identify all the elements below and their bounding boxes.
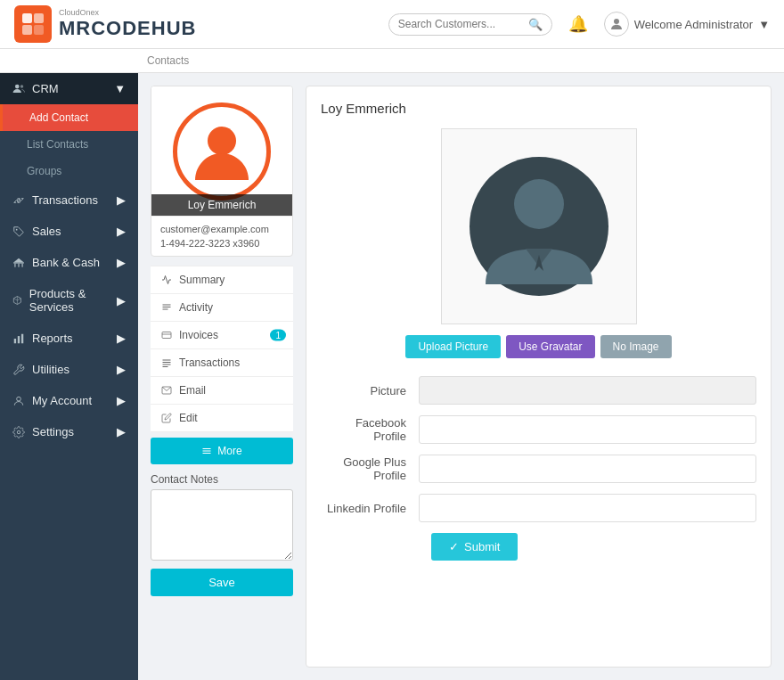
sidebar-item-reports[interactable]: Reports ▶ [0, 323, 138, 354]
crm-label: CRM [32, 82, 59, 95]
submit-button[interactable]: ✓ Submit [431, 533, 518, 561]
user-avatar-icon [604, 12, 629, 37]
avatar-name-badge: Loy Emmerich [151, 194, 292, 216]
cube-icon [12, 294, 22, 307]
svg-rect-22 [162, 332, 171, 339]
svg-point-4 [614, 19, 619, 24]
sidebar-item-settings[interactable]: Settings ▶ [0, 416, 138, 447]
svg-point-32 [514, 179, 564, 229]
contact-email: customer@example.com [160, 224, 283, 234]
contact-notes: Contact Notes Save [151, 473, 293, 596]
users-icon [12, 83, 25, 95]
svg-rect-20 [163, 307, 171, 307]
google-plus-input[interactable] [419, 455, 756, 483]
svg-rect-11 [22, 263, 23, 266]
products-chevron-icon: ▶ [117, 294, 126, 307]
my-account-label: My Account [32, 394, 92, 407]
svg-rect-0 [22, 13, 32, 23]
summary-icon [161, 274, 172, 285]
sidebar-sub-add-contact[interactable]: Add Contact [0, 104, 138, 131]
notes-label: Contact Notes [151, 473, 293, 486]
transactions-label: Transactions [32, 193, 98, 207]
search-box[interactable]: 🔍 [388, 13, 552, 36]
search-icon[interactable]: 🔍 [528, 18, 543, 31]
svg-point-16 [17, 397, 21, 401]
search-input[interactable] [398, 18, 523, 30]
avatar-buttons: Upload Picture Use Gravatar No Image [405, 335, 671, 358]
svg-rect-30 [203, 453, 211, 454]
sidebar-item-utilities[interactable]: Utilities ▶ [0, 354, 138, 385]
bank-chevron-icon: ▶ [117, 256, 126, 269]
sidebar-sub-groups[interactable]: Groups [0, 158, 138, 184]
contact-actions: Summary Activity Invoices 1 Transactions [151, 266, 293, 432]
breadcrumb: Contacts [0, 49, 784, 73]
no-image-button[interactable]: No Image [600, 335, 672, 358]
svg-rect-1 [34, 13, 44, 23]
svg-rect-13 [14, 339, 16, 343]
avatar-silhouette-icon [186, 116, 257, 187]
avatar-image-area: Loy Emmerich [151, 86, 292, 216]
upload-picture-button[interactable]: Upload Picture [405, 335, 501, 358]
svg-point-7 [16, 228, 18, 230]
svg-rect-28 [203, 448, 211, 449]
left-panel: Loy Emmerich customer@example.com 1-494-… [151, 86, 293, 668]
sidebar: CRM ▼ Add Contact List Contacts Groups T… [0, 73, 138, 680]
use-gravatar-button[interactable]: Use Gravatar [506, 335, 594, 358]
logo-text-area: CloudOnex MRCODEHUB [59, 8, 196, 40]
sidebar-item-crm[interactable]: CRM ▼ [0, 73, 138, 104]
google-plus-field-group: Google Plus Profile [321, 455, 756, 483]
svg-rect-15 [21, 333, 23, 343]
edit-button[interactable]: Edit [151, 405, 293, 432]
reports-label: Reports [32, 332, 73, 345]
summary-button[interactable]: Summary [151, 266, 293, 294]
my-account-chevron-icon: ▶ [117, 394, 126, 407]
user-menu[interactable]: Welcome Administrator ▼ [604, 12, 770, 37]
sidebar-sub-list-contacts[interactable]: List Contacts [0, 131, 138, 158]
transactions-chevron-icon: ▶ [117, 193, 126, 207]
contact-avatar-card: Loy Emmerich customer@example.com 1-494-… [151, 86, 293, 257]
facebook-input[interactable] [419, 415, 756, 444]
bank-icon [12, 257, 25, 269]
svg-rect-26 [163, 366, 168, 367]
more-button[interactable]: More [151, 438, 293, 464]
sidebar-item-bank[interactable]: Bank & Cash ▶ [0, 247, 138, 278]
logo-box [14, 5, 52, 43]
save-button[interactable]: Save [151, 569, 293, 596]
settings-icon [12, 426, 25, 438]
header-right: 🔍 🔔 Welcome Administrator ▼ [388, 12, 770, 37]
invoices-badge: 1 [270, 330, 286, 341]
sales-chevron-icon: ▶ [117, 225, 126, 238]
picture-input[interactable] [419, 376, 756, 405]
bell-icon[interactable]: 🔔 [568, 14, 588, 34]
big-avatar-silhouette-icon [468, 155, 610, 298]
svg-rect-29 [203, 451, 211, 452]
my-account-icon [12, 395, 25, 407]
dropdown-arrow-icon: ▼ [758, 18, 770, 31]
svg-rect-25 [163, 365, 171, 365]
right-panel: Loy Emmerich [306, 86, 772, 668]
linkedin-input[interactable] [419, 494, 756, 522]
svg-rect-10 [18, 263, 19, 266]
transactions-icon [161, 357, 172, 368]
main-layout: CRM ▼ Add Contact List Contacts Groups T… [0, 73, 784, 680]
transactions-button[interactable]: Transactions [151, 349, 293, 377]
email-button[interactable]: Email [151, 377, 293, 405]
bank-cash-label: Bank & Cash [32, 256, 100, 269]
sidebar-item-products[interactable]: Products & Services ▶ [0, 278, 138, 323]
sidebar-item-transactions[interactable]: Transactions ▶ [0, 184, 138, 216]
reports-chevron-icon: ▶ [117, 332, 126, 345]
invoices-button[interactable]: Invoices 1 [151, 322, 293, 349]
activity-button[interactable]: Activity [151, 294, 293, 322]
svg-rect-24 [163, 362, 171, 363]
svg-point-18 [208, 127, 236, 155]
svg-point-17 [17, 430, 20, 434]
svg-rect-2 [22, 25, 32, 35]
sales-label: Sales [32, 225, 61, 238]
sidebar-item-sales[interactable]: Sales ▶ [0, 216, 138, 247]
notes-textarea[interactable] [151, 489, 293, 561]
bar-chart-icon [12, 332, 25, 345]
invoices-icon [161, 330, 172, 340]
cloud-label: CloudOnex [59, 8, 196, 17]
activity-icon [161, 302, 172, 313]
sidebar-item-my-account[interactable]: My Account ▶ [0, 385, 138, 416]
